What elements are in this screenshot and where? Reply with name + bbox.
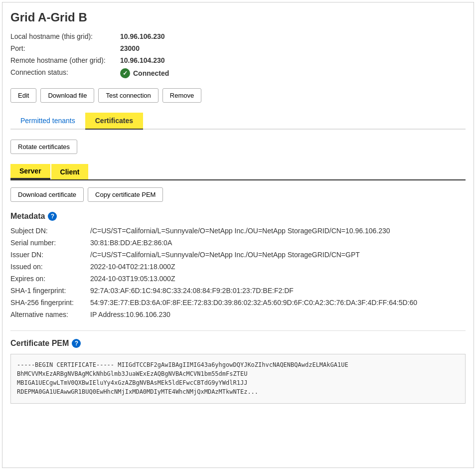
download-file-button[interactable]: Download file	[40, 88, 94, 103]
remove-button[interactable]: Remove	[162, 88, 201, 103]
port-label: Port:	[10, 44, 120, 52]
sub-tabs: Server Client	[10, 164, 466, 180]
rotate-btn-row: Rotate certificates	[10, 140, 466, 154]
info-grid: Local hostname (this grid): 10.96.106.23…	[10, 32, 466, 78]
metadata-label: SHA-1 fingerprint:	[10, 287, 90, 295]
metadata-label: Serial number:	[10, 239, 90, 247]
metadata-value: 54:97:3E:77:EB:D3:6A:0F:8F:EE:72:83:D0:3…	[90, 299, 466, 307]
action-buttons: Edit Download file Test connection Remov…	[10, 88, 466, 103]
pem-text: -----BEGIN CERTIFICATE----- MIIGdTCCBF2g…	[17, 361, 348, 395]
metadata-value: IP Address:10.96.106.230	[90, 311, 466, 318]
page-container: Grid A-Grid B Local hostname (this grid)…	[2, 2, 474, 468]
rotate-certificates-button[interactable]: Rotate certificates	[10, 140, 77, 154]
copy-certificate-pem-button[interactable]: Copy certificate PEM	[88, 187, 163, 202]
page-title: Grid A-Grid B	[10, 10, 466, 24]
connected-icon: ✓	[120, 68, 130, 78]
cert-pem-title: Certificate PEM ?	[10, 339, 466, 348]
metadata-label: SHA-256 fingerprint:	[10, 299, 90, 307]
metadata-label: Expires on:	[10, 275, 90, 283]
metadata-value: /C=US/ST=California/L=Sunnyvale/O=NetApp…	[90, 227, 466, 235]
metadata-grid: Subject DN:/C=US/ST=California/L=Sunnyva…	[10, 227, 466, 318]
download-certificate-button[interactable]: Download certificate	[10, 187, 84, 202]
divider	[10, 330, 466, 331]
certificate-pem-content: -----BEGIN CERTIFICATE----- MIIGdTCCBF2g…	[10, 354, 466, 404]
tab-certificates[interactable]: Certificates	[85, 113, 143, 130]
metadata-label: Issuer DN:	[10, 251, 90, 259]
certificate-pem-section: Certificate PEM ? -----BEGIN CERTIFICATE…	[10, 339, 466, 404]
connection-status-text: Connected	[133, 69, 169, 77]
metadata-value: 2022-10-04T02:21:18.000Z	[90, 263, 466, 271]
metadata-label: Alternative names:	[10, 311, 90, 318]
metadata-label: Issued on:	[10, 263, 90, 271]
connection-status-value: ✓ Connected	[120, 68, 466, 78]
connection-status-label: Connection status:	[10, 68, 120, 78]
sub-tab-server[interactable]: Server	[10, 164, 50, 179]
metadata-value: /C=US/ST=California/L=Sunnyvale/O=NetApp…	[90, 251, 466, 259]
metadata-help-icon[interactable]: ?	[48, 212, 57, 221]
certificate-action-buttons: Download certificate Copy certificate PE…	[10, 187, 466, 202]
metadata-value: 2024-10-03T19:05:13.000Z	[90, 275, 466, 283]
metadata-section-title: Metadata ?	[10, 212, 466, 221]
metadata-label: Subject DN:	[10, 227, 90, 235]
remote-hostname-label: Remote hostname (other grid):	[10, 56, 120, 64]
cert-pem-help-icon[interactable]: ?	[72, 339, 81, 348]
main-tabs: Permitted tenants Certificates	[10, 113, 466, 130]
edit-button[interactable]: Edit	[10, 88, 36, 103]
tab-permitted-tenants[interactable]: Permitted tenants	[10, 113, 85, 130]
local-hostname-label: Local hostname (this grid):	[10, 32, 120, 40]
local-hostname-value: 10.96.106.230	[120, 32, 466, 40]
port-value: 23000	[120, 44, 466, 52]
remote-hostname-value: 10.96.104.230	[120, 56, 466, 64]
test-connection-button[interactable]: Test connection	[98, 88, 158, 103]
metadata-value: 92:7A:03:AF:6D:1C:94:8C:33:24:08:84:F9:2…	[90, 287, 466, 295]
metadata-value: 30:81:B8:DD:AE:B2:86:0A	[90, 239, 466, 247]
sub-tab-client[interactable]: Client	[51, 164, 89, 179]
